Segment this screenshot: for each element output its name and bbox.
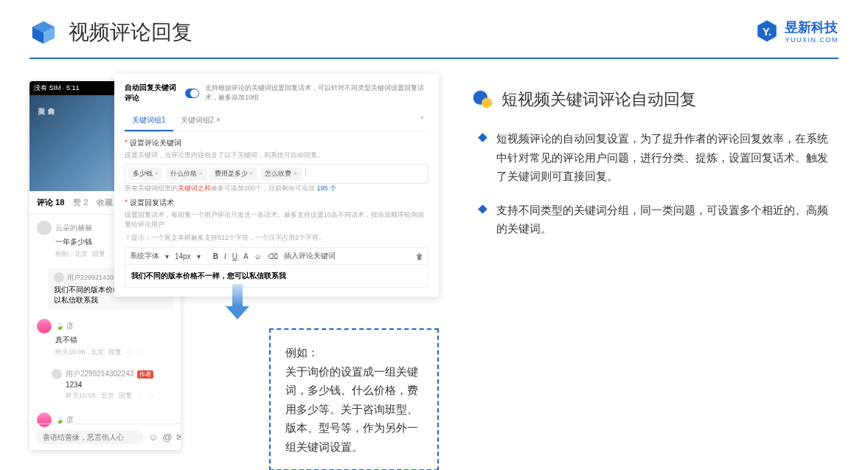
bullet-text: 支持不同类型的关键词分组，同一类问题，可设置多个相近的、高频的关键词。 xyxy=(496,201,839,238)
delete-button[interactable]: 🗑 xyxy=(416,252,423,260)
logo-text: 昱新科技 xyxy=(785,18,839,36)
keyword-group-tab-1[interactable]: 关键词组1 xyxy=(125,111,173,131)
clear-button[interactable]: ⌫ xyxy=(268,252,278,260)
reply-field-label: 设置回复话术 xyxy=(125,198,428,208)
config-panel: 自动回复关键词评论 支持根据评论的关键词设置回复话术，可以针对不同类型关键词设置… xyxy=(114,74,439,297)
bold-button[interactable]: B xyxy=(213,252,218,260)
keyword-count-hint: 所有关键词组里的关键词之和最多可添加200个，目前剩余可添加 195 个 xyxy=(125,184,428,193)
auto-reply-label: 自动回复关键词评论 xyxy=(125,83,179,103)
avatar xyxy=(52,369,62,379)
cube-icon xyxy=(29,18,58,46)
avatar xyxy=(37,319,52,334)
comment-item: 🍃 彦 真不错 昨天10:08 · 北京回复♡♡ xyxy=(29,313,181,363)
arrow-down-icon xyxy=(232,284,249,319)
color-button[interactable]: A xyxy=(243,252,249,260)
like-icon[interactable]: ♡ xyxy=(126,349,132,356)
comment-input[interactable] xyxy=(35,430,144,444)
page-title: 视频评论回复 xyxy=(69,18,192,46)
reply-tip: ！提示：一个富文本框最多支持512个字符，一个汉字占用2个字符。 xyxy=(125,233,428,243)
svg-point-6 xyxy=(482,97,492,108)
avatar xyxy=(37,221,52,235)
keyword-tag[interactable]: 费用是多少 xyxy=(210,167,258,180)
underline-button[interactable]: U xyxy=(232,252,237,260)
add-group-button[interactable]: + xyxy=(415,111,428,131)
italic-button[interactable]: I xyxy=(224,252,226,260)
bullet-text: 短视频评论的自动回复设置，为了提升作者的评论回复效率，在系统中针对常见的评论用户… xyxy=(496,129,839,186)
comment-reply-item: 用户2299214302243作者 1234 昨天10:08 · 北京回复♡♡ xyxy=(29,363,181,407)
logo-hex-icon: Y. xyxy=(755,19,779,43)
keyword-tag[interactable]: 多少钱 xyxy=(128,167,163,180)
avatar xyxy=(54,272,64,283)
logo-url: YUUXIN.COM xyxy=(785,36,839,44)
bullet-item: 支持不同类型的关键词分组，同一类问题，可设置多个相近的、高频的关键词。 xyxy=(472,201,839,238)
reply-field-desc: 设置回复话术，每回复一个用户评论只发送一条话术。最多支持设置10条不同话术，按添… xyxy=(125,210,428,229)
keyword-tag[interactable]: 什么价格 xyxy=(166,167,207,180)
chat-bubble-icon xyxy=(472,89,493,110)
tab-fav[interactable]: 收藏 xyxy=(97,197,113,208)
tab-comments[interactable]: 评论 18 xyxy=(37,197,64,208)
author-badge: 作者 xyxy=(137,370,153,379)
header-divider xyxy=(29,58,839,59)
keyword-field-desc: 设置关键词，当评论里内容包含了以下关键词，则系统可自动回复。 xyxy=(125,151,428,160)
keyword-field-label: 设置评论关键词 xyxy=(125,138,428,148)
editor-toolbar: 系统字体▾ 14px▾ B I U A ☺ ⌫ 插入评论关键词 🗑 xyxy=(125,247,428,265)
example-label: 例如： xyxy=(285,343,423,362)
auto-reply-toggle[interactable] xyxy=(185,89,200,98)
example-body: 关于询价的设置成一组关键词，多少钱、什么价格，费用多少等。关于咨询班型、版本、型… xyxy=(285,362,423,457)
example-callout: 例如： 关于询价的设置成一组关键词，多少钱、什么价格，费用多少等。关于咨询班型、… xyxy=(269,328,439,470)
keyword-tag[interactable]: 怎么收费 xyxy=(260,167,302,180)
emoji-icon[interactable]: ☺ xyxy=(148,432,158,443)
size-select[interactable]: 14px xyxy=(175,252,191,260)
send-icon[interactable]: ✉ xyxy=(176,432,181,443)
tab-likes[interactable]: 赞 2 xyxy=(73,197,88,208)
insert-keyword-button[interactable]: 插入评论关键词 xyxy=(284,251,336,261)
diamond-icon xyxy=(478,204,487,214)
dislike-icon[interactable]: ♡ xyxy=(148,393,154,400)
brand-logo: Y. 昱新科技 YUUXIN.COM xyxy=(755,18,839,44)
diamond-icon xyxy=(478,133,487,142)
reply-editor[interactable]: 我们不同的版本价格不一样，您可以私信联系我 xyxy=(125,265,428,288)
svg-text:Y.: Y. xyxy=(763,26,771,38)
section-title: 短视频关键词评论自动回复 xyxy=(501,89,696,111)
font-select[interactable]: 系统字体 xyxy=(130,251,159,261)
mention-icon[interactable]: @ xyxy=(162,432,172,443)
comment-input-bar: ☺ @ ✉ xyxy=(29,424,181,450)
dislike-icon[interactable]: ♡ xyxy=(138,349,144,356)
auto-reply-help: 支持根据评论的关键词设置回复话术，可以针对不同类型关键词设置回复话术，最多添加1… xyxy=(205,83,428,103)
bullet-item: 短视频评论的自动回复设置，为了提升作者的评论回复效率，在系统中针对常见的评论用户… xyxy=(472,129,839,186)
keyword-tags-input[interactable]: 多少钱 什么价格 费用是多少 怎么收费 | xyxy=(125,164,428,184)
like-icon[interactable]: ♡ xyxy=(136,393,142,400)
keyword-group-tab-2[interactable]: 关键词组2 × xyxy=(173,111,228,131)
emoji-button[interactable]: ☺ xyxy=(254,252,262,260)
